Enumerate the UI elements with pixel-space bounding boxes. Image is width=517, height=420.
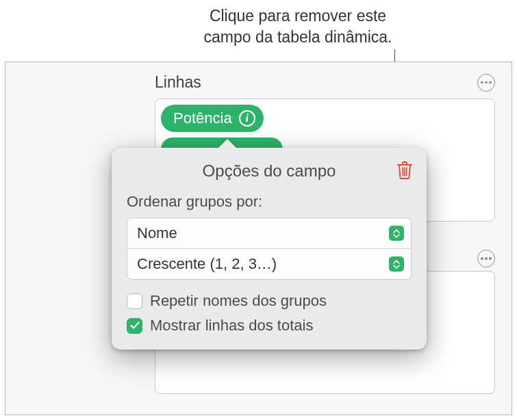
- checkbox-unchecked-icon: [127, 293, 142, 309]
- section-title: Linhas: [155, 73, 201, 92]
- sort-by-label: Ordenar grupos por:: [127, 193, 412, 211]
- svg-line-0: [403, 168, 403, 176]
- callout-line-1: Clique para remover este: [210, 7, 386, 25]
- info-icon[interactable]: i: [239, 110, 255, 127]
- sort-order-value: Crescente (1, 2, 3…): [137, 255, 277, 273]
- section-header: Linhas: [155, 73, 495, 92]
- field-options-popover: Opções do campo Ordenar grupos por: Nome…: [112, 148, 427, 350]
- chevron-up-down-icon: [389, 257, 404, 272]
- callout-annotation: Clique para remover este campo da tabela…: [134, 5, 462, 48]
- sort-by-value: Nome: [137, 224, 177, 242]
- sort-select-group: Nome Crescente (1, 2, 3…): [127, 218, 412, 280]
- field-pill-potencia[interactable]: Potência i: [161, 105, 264, 132]
- popover-title: Opções do campo: [127, 161, 412, 181]
- trash-icon[interactable]: [396, 160, 413, 179]
- more-options-icon-2[interactable]: [477, 250, 495, 267]
- show-totals-label: Mostrar linhas dos totais: [150, 317, 313, 334]
- svg-line-2: [407, 168, 407, 176]
- chevron-up-down-icon: [389, 226, 404, 241]
- repeat-groups-label: Repetir nomes dos grupos: [150, 292, 327, 310]
- checkbox-checked-icon: [127, 318, 142, 334]
- field-pill-label: Potência: [173, 109, 232, 127]
- sort-order-select[interactable]: Crescente (1, 2, 3…): [127, 248, 411, 279]
- sort-by-select[interactable]: Nome: [127, 218, 411, 248]
- repeat-groups-checkbox-row[interactable]: Repetir nomes dos grupos: [127, 292, 412, 310]
- callout-line-2: campo da tabela dinâmica.: [204, 28, 392, 46]
- more-options-icon[interactable]: [477, 74, 495, 92]
- show-totals-checkbox-row[interactable]: Mostrar linhas dos totais: [127, 317, 412, 334]
